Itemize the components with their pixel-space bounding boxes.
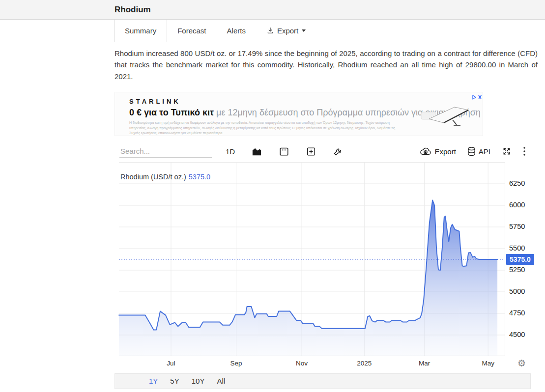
adchoices-icon[interactable] [471,93,477,102]
y-tick-label: 5750 [509,223,525,230]
gear-icon[interactable]: ⚙ [517,358,526,369]
x-tick-label: 2025 [353,360,375,367]
settings-wrench-icon[interactable] [333,146,343,157]
interval-button[interactable]: 1D [226,147,235,156]
range-button-5y[interactable]: 5Y [170,377,179,385]
calendar-icon[interactable] [279,146,289,157]
x-tick-label: Mar [414,360,435,367]
tab-alerts[interactable]: Alerts [217,20,256,41]
ad-banner[interactable]: STARLINK 0 € για το Τυπικό κιτ με 12μηνη… [115,92,483,136]
series-current-value: 5375.0 [189,173,210,181]
x-tick-label: Jul [160,360,182,367]
page-title: Rhodium [115,5,151,15]
api-button[interactable]: API [467,146,490,157]
series-name: Rhodium (USD/t oz.) [120,173,186,181]
tab-summary[interactable]: Summary [114,20,167,42]
chart-legend: Rhodium (USD/t oz.)5375.0 [120,173,210,181]
x-tick-label: Nov [291,360,313,367]
range-selector: 1Y 5Y 10Y All [115,373,531,389]
x-tick-label: May [477,360,499,367]
y-tick-label: 5250 [509,266,525,274]
fullscreen-icon[interactable] [501,146,512,157]
ad-brand-logo: STARLINK [129,98,181,105]
y-tick-label: 4500 [509,331,525,338]
starlink-dish-image [420,103,472,130]
more-menu-icon[interactable] [523,146,526,156]
chart-type-icon[interactable] [251,146,262,157]
page-header: Rhodium [0,0,545,20]
y-tick-label: 4750 [509,309,525,317]
tab-forecast[interactable]: Forecast [167,20,216,41]
chart-toolbar: 1D [115,141,531,162]
summary-paragraph: Rhodium increased 800 USD/t oz. or 17.49… [115,48,538,82]
y-tick-label: 5500 [509,244,525,252]
export-button[interactable]: Export [419,146,456,156]
current-price-badge: 5375.0 [506,254,534,265]
chevron-down-icon [302,29,306,32]
chart-plot-area[interactable]: Rhodium (USD/t oz.)5375.0 5375.0 4500475… [115,162,531,356]
y-tick-label: 6000 [509,201,525,209]
search-input[interactable] [119,145,212,158]
ad-close-icon[interactable]: X [478,95,482,100]
chart-widget: 1D [115,141,531,389]
download-icon [266,27,274,34]
tab-bar: Summary Forecast Alerts Export [0,20,545,41]
add-indicator-icon[interactable] [306,146,316,157]
range-button-1y[interactable]: 1Y [149,377,158,385]
range-button-10y[interactable]: 10Y [192,377,205,385]
y-tick-label: 5000 [509,287,525,295]
ad-fine-print: Η διαθεσιμότητα και η τιμή ενδέχεται να … [129,120,404,137]
tab-export[interactable]: Export [256,20,316,41]
ad-headline-offer: 0 € για το Τυπικό κιτ [129,108,214,117]
x-tick-label: Sep [226,360,247,367]
y-tick-label: 6250 [509,179,525,187]
range-button-all[interactable]: All [217,377,225,385]
y-axis: 5375.0 45004750500052505500575060006250 [505,162,531,356]
price-chart[interactable] [115,162,505,356]
x-axis: ⚙ JulSepNov2025MarMay [115,356,531,373]
